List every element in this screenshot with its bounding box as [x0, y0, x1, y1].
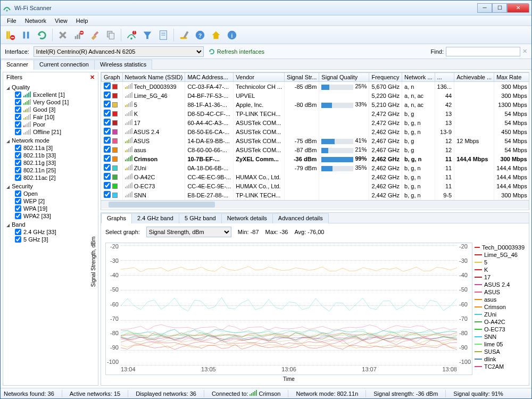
refresh-button[interactable] — [35, 28, 49, 43]
table-row[interactable]: ASUS 2.4D8-50-E6-CA-...ASUSTek COM...2,4… — [102, 127, 529, 136]
filter-checkbox[interactable] — [15, 236, 21, 243]
filter-item[interactable]: 2.4 GHz [33] — [5, 228, 96, 236]
column-header[interactable]: Graph — [102, 73, 123, 82]
filter-checkbox[interactable] — [15, 92, 21, 98]
table-row[interactable]: 1760-A4-4C-A3-...ASUSTek COM...2,472 GHz… — [102, 118, 529, 127]
row-checkbox[interactable] — [104, 164, 111, 171]
table-row[interactable]: O-A42CCC-4E-EC-9B-...HUMAX Co., Ltd.2,46… — [102, 172, 529, 181]
subtab-5ghz[interactable]: 5 GHz band — [179, 213, 222, 223]
filter-item[interactable]: Fair [10] — [5, 113, 96, 121]
row-checkbox[interactable] — [104, 119, 111, 126]
scan-button[interactable] — [3, 28, 18, 43]
filter-checkbox[interactable] — [15, 229, 21, 235]
filter-item[interactable]: 802.11a [3] — [5, 144, 96, 152]
table-row[interactable]: Lime_5G_46D4-BF-7F-53-...UPVEL5,220 GHza… — [102, 91, 529, 100]
filter-item[interactable]: Open — [5, 190, 96, 197]
filter-item[interactable]: Offline [21] — [5, 128, 96, 136]
table-row[interactable]: KD8-5D-4C-CF-...TP-LINK TECH...2,472 GHz… — [102, 109, 529, 118]
tab-scanner[interactable]: Scanner — [1, 60, 34, 70]
filter-group[interactable]: Security — [5, 182, 96, 190]
subtab-network-details[interactable]: Network details — [221, 213, 273, 223]
filter-checkbox[interactable] — [15, 121, 21, 128]
row-checkbox[interactable] — [104, 92, 111, 98]
disconnect-button[interactable] — [71, 28, 86, 43]
find-clear-icon[interactable]: ✕ — [522, 48, 527, 55]
filter-checkbox[interactable] — [15, 106, 21, 113]
legend-item[interactable]: lime 05 — [475, 340, 525, 348]
filters-close-icon[interactable]: ✕ — [90, 74, 95, 81]
filter-checkbox[interactable] — [15, 114, 21, 120]
find-input[interactable] — [446, 47, 520, 56]
close-button[interactable]: ✕ — [507, 3, 529, 13]
column-header[interactable]: Signal Quality — [319, 73, 369, 82]
filter-checkbox[interactable] — [15, 167, 21, 173]
home-button[interactable] — [209, 28, 223, 43]
filter-checkbox[interactable] — [15, 152, 21, 159]
filter-group[interactable]: Network mode — [5, 137, 96, 144]
refresh-interfaces-link[interactable]: Refresh interfaces — [208, 48, 264, 55]
filter-item[interactable]: 802.11g [33] — [5, 159, 96, 167]
filter-checkbox[interactable] — [15, 174, 21, 181]
settings-button[interactable] — [177, 28, 192, 43]
table-row[interactable]: ZUni0A-18-D6-6B-...-79 dBm 35%2,462 GHzb… — [102, 163, 529, 172]
filter-group[interactable]: Band — [5, 221, 96, 228]
table-row[interactable]: Tech_D0003939CC-03-FA-47-...Technicolor … — [102, 82, 529, 92]
filter-checkbox[interactable] — [15, 190, 21, 197]
legend-item[interactable]: 5 — [475, 259, 525, 266]
legend-item[interactable]: dlink — [475, 355, 525, 363]
filter-item[interactable]: Poor — [5, 121, 96, 128]
tab-current-connection[interactable]: Current connection — [34, 60, 95, 70]
info-button[interactable]: i — [225, 28, 239, 43]
legend-item[interactable]: Crimson — [475, 303, 525, 311]
legend-item[interactable]: K — [475, 266, 525, 273]
filter-item[interactable]: WPA2 [33] — [5, 212, 96, 220]
table-row[interactable]: 588-1F-A1-36-...Apple, Inc.-80 dBm 33%5,… — [102, 100, 529, 109]
subtab-24ghz[interactable]: 2.4 GHz band — [131, 213, 179, 223]
interface-select[interactable]: Intel(R) Centrino(R) Advanced-N 6205 — [34, 46, 204, 57]
legend-item[interactable]: ZUni — [475, 311, 525, 318]
column-header[interactable]: Vendor — [234, 73, 285, 82]
pause-button[interactable] — [19, 28, 34, 43]
legend-item[interactable]: O-A42C — [475, 318, 525, 326]
filter-item[interactable]: 802.11n [25] — [5, 167, 96, 174]
filter-group[interactable]: Quality — [5, 84, 96, 91]
notes-button[interactable] — [156, 28, 171, 43]
row-checkbox[interactable] — [104, 110, 111, 117]
row-checkbox[interactable] — [104, 182, 111, 189]
column-header[interactable]: ... — [435, 73, 454, 82]
filter-item[interactable]: WEP [2] — [5, 197, 96, 205]
filter-checkbox[interactable] — [15, 129, 21, 135]
legend-item[interactable]: Lime_5G_46 — [475, 251, 525, 259]
legend-item[interactable]: asus — [475, 296, 525, 303]
filter-item[interactable]: Very Good [1] — [5, 98, 96, 106]
filter-checkbox[interactable] — [15, 205, 21, 212]
row-checkbox[interactable] — [104, 146, 111, 153]
filter-item[interactable]: Excellent [1] — [5, 91, 96, 98]
legend-item[interactable]: TC2AM — [475, 363, 525, 370]
subtab-graphs[interactable]: Graphs — [101, 213, 132, 223]
column-header[interactable]: Signal Str... — [285, 73, 319, 82]
filter-item[interactable]: WPA [19] — [5, 205, 96, 212]
menu-file[interactable]: File — [3, 16, 21, 25]
column-header[interactable]: MAC Address... — [185, 73, 234, 82]
row-checkbox[interactable] — [104, 128, 111, 135]
filter-item[interactable]: Good [3] — [5, 106, 96, 113]
menu-view[interactable]: View — [51, 16, 72, 25]
filter-checkbox[interactable] — [15, 145, 21, 151]
filter-item[interactable]: 802.11b [33] — [5, 152, 96, 159]
column-header[interactable]: Network ... — [402, 73, 435, 82]
subtab-advanced-details[interactable]: Advanced details — [272, 213, 329, 223]
help-button[interactable]: ? — [193, 28, 207, 43]
filter-button[interactable] — [140, 28, 155, 43]
minimize-button[interactable]: ─ — [477, 3, 492, 13]
column-header[interactable]: Network Name (SSID) — [122, 73, 185, 82]
legend-item[interactable]: O-EC73 — [475, 326, 525, 333]
row-checkbox[interactable] — [104, 173, 111, 180]
table-row[interactable]: Crimson10-7B-EF-...ZyXEL Comm...-36 dBm … — [102, 154, 529, 163]
row-checkbox[interactable] — [104, 137, 111, 144]
legend-item[interactable]: 17 — [475, 273, 525, 281]
filter-checkbox[interactable] — [15, 99, 21, 105]
filter-checkbox[interactable] — [15, 160, 21, 166]
menu-help[interactable]: Help — [72, 16, 93, 25]
row-checkbox[interactable] — [104, 155, 111, 162]
